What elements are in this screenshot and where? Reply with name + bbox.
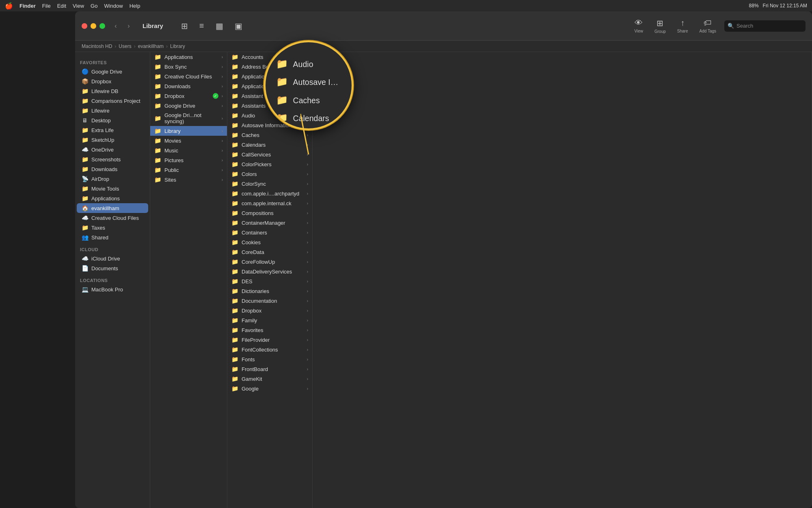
folder-icon: 📁 bbox=[231, 297, 238, 304]
sidebar-item-onedrive[interactable]: ☁️ OneDrive bbox=[77, 145, 148, 154]
list-view-button[interactable]: ≡ bbox=[196, 20, 207, 32]
file-item-dictionaries[interactable]: 📁Dictionaries› bbox=[227, 286, 312, 296]
file-item-creative-cloud-files[interactable]: 📁 Creative Cloud Files › bbox=[150, 72, 227, 81]
breadcrumb-user[interactable]: evankillham bbox=[138, 43, 164, 49]
file-item-colorpickers[interactable]: 📁ColorPickers› bbox=[227, 159, 312, 169]
sidebar-item-sketchup[interactable]: 📁 SketchUp bbox=[77, 135, 148, 145]
file-item-public[interactable]: 📁 Public › bbox=[150, 165, 227, 175]
menu-window[interactable]: Window bbox=[104, 3, 123, 9]
forward-button[interactable]: › bbox=[123, 20, 134, 32]
gallery-view-button[interactable]: ▣ bbox=[231, 20, 246, 33]
share-button[interactable]: ↑ Share bbox=[674, 17, 691, 35]
sidebar-label-airdrop: AirDrop bbox=[91, 176, 109, 182]
sidebar-item-extra-life[interactable]: 📁 Extra Life bbox=[77, 125, 148, 135]
file-item-google-not-syncing[interactable]: 📁 Google Dri...not syncing) › bbox=[150, 111, 227, 126]
column-view-button[interactable]: ▦ bbox=[212, 20, 227, 33]
sidebar-item-downloads[interactable]: 📁 Downloads bbox=[77, 164, 148, 174]
file-item-com-apple-arch[interactable]: 📁com.apple.i....archpartyd› bbox=[227, 189, 312, 198]
file-item-documentation[interactable]: 📁Documentation› bbox=[227, 296, 312, 306]
search-box[interactable]: 🔍 Search bbox=[724, 20, 806, 32]
file-item-family[interactable]: 📁Family› bbox=[227, 315, 312, 325]
folder-icon: 📁 bbox=[154, 54, 161, 60]
file-item-datadelivery[interactable]: 📁DataDeliveryServices› bbox=[227, 267, 312, 276]
file-item-container-manager[interactable]: 📁ContainerManager› bbox=[227, 218, 312, 228]
desktop-icon: 🖥 bbox=[82, 117, 88, 124]
sidebar-item-documents[interactable]: 📄 Documents bbox=[77, 263, 148, 273]
sync-badge: ✓ bbox=[213, 93, 218, 99]
file-item-fontcollections[interactable]: 📁FontCollections› bbox=[227, 345, 312, 354]
sidebar-item-home[interactable]: 🏠 evankillham bbox=[77, 203, 148, 213]
file-item-caches[interactable]: 📁Caches› bbox=[227, 130, 312, 140]
shared-icon: 👥 bbox=[82, 234, 88, 241]
file-item-frontboard[interactable]: 📁FrontBoard› bbox=[227, 364, 312, 374]
file-item-downloads-col1[interactable]: 📁 Downloads › bbox=[150, 81, 227, 91]
file-item-favorites[interactable]: 📁Favorites› bbox=[227, 325, 312, 335]
sidebar-item-airdrop[interactable]: 📡 AirDrop bbox=[77, 174, 148, 184]
file-item-corefollowup[interactable]: 📁CoreFollowUp› bbox=[227, 257, 312, 267]
menu-file[interactable]: File bbox=[42, 3, 51, 9]
maximize-button[interactable] bbox=[99, 23, 105, 29]
file-item-music[interactable]: 📁 Music › bbox=[150, 145, 227, 155]
file-item-fileprovider[interactable]: 📁FileProvider› bbox=[227, 335, 312, 345]
add-tags-button[interactable]: 🏷 Add Tags bbox=[696, 17, 719, 35]
sidebar-item-macbook[interactable]: 💻 MacBook Pro bbox=[77, 284, 148, 294]
file-item-google-drive[interactable]: 📁 Google Drive › bbox=[150, 101, 227, 111]
sidebar-item-creative-cloud[interactable]: ☁️ Creative Cloud Files bbox=[77, 213, 148, 223]
file-item-des[interactable]: 📁DES› bbox=[227, 276, 312, 286]
sidebar-item-dropbox[interactable]: 📦 Dropbox bbox=[77, 76, 148, 86]
file-item-box-sync[interactable]: 📁 Box Sync › bbox=[150, 62, 227, 72]
apple-menu[interactable]: 🍎 bbox=[5, 2, 13, 10]
file-item-dropbox-lib[interactable]: 📁Dropbox› bbox=[227, 306, 312, 315]
file-item-movies[interactable]: 📁 Movies › bbox=[150, 136, 227, 145]
icon-view-button[interactable]: ⊞ bbox=[178, 20, 191, 33]
file-item-callservices[interactable]: 📁CallServices› bbox=[227, 150, 312, 159]
sidebar-item-applications[interactable]: 📁 Applications bbox=[77, 193, 148, 203]
sidebar-item-taxes[interactable]: 📁 Taxes bbox=[77, 223, 148, 232]
file-item-coredata[interactable]: 📁CoreData› bbox=[227, 247, 312, 257]
file-item-colorsync[interactable]: 📁ColorSync› bbox=[227, 179, 312, 189]
file-item-containers[interactable]: 📁Containers› bbox=[227, 228, 312, 237]
chevron-right-icon: › bbox=[222, 55, 223, 59]
gallery-view-icon: ▣ bbox=[235, 21, 242, 31]
menu-help[interactable]: Help bbox=[130, 3, 140, 9]
close-button[interactable] bbox=[82, 23, 87, 29]
menu-go[interactable]: Go bbox=[91, 3, 97, 9]
folder-icon: 📁 bbox=[231, 171, 238, 177]
sidebar-item-lifewire[interactable]: 📁 Lifewire bbox=[77, 106, 148, 115]
menu-view[interactable]: View bbox=[73, 3, 84, 9]
minimize-button[interactable] bbox=[91, 23, 96, 29]
file-item-pictures[interactable]: 📁 Pictures › bbox=[150, 155, 227, 165]
file-item-cookies[interactable]: 📁Cookies› bbox=[227, 237, 312, 247]
file-item-gamekit[interactable]: 📁GameKit› bbox=[227, 374, 312, 384]
breadcrumb-macintosh[interactable]: Macintosh HD bbox=[82, 43, 112, 49]
sidebar-item-comparisons[interactable]: 📁 Comparisons Project bbox=[77, 96, 148, 106]
sidebar-item-shared[interactable]: 👥 Shared bbox=[77, 232, 148, 242]
file-label: GameKit bbox=[242, 376, 304, 382]
breadcrumb-library[interactable]: Library bbox=[170, 43, 185, 49]
file-item-sites[interactable]: 📁 Sites › bbox=[150, 175, 227, 185]
file-item-com-apple-internal[interactable]: 📁com.apple.internal.ck› bbox=[227, 198, 312, 208]
back-button[interactable]: ‹ bbox=[110, 20, 121, 32]
sidebar-item-google-drive[interactable]: 🔵 Google Drive bbox=[77, 67, 148, 76]
file-label: Google Dri...not syncing) bbox=[164, 112, 218, 124]
file-item-library[interactable]: 📁 Library › bbox=[150, 126, 227, 136]
file-item-calendars[interactable]: 📁Calendars› bbox=[227, 140, 312, 150]
file-item-compositions[interactable]: 📁Compositions› bbox=[227, 208, 312, 218]
chevron-right-icon: › bbox=[222, 129, 223, 133]
sidebar-item-icloud-drive[interactable]: ☁️ iCloud Drive bbox=[77, 254, 148, 263]
sidebar-item-lifewire-db[interactable]: 📁 Lifewire DB bbox=[77, 86, 148, 96]
view-options-button[interactable]: 👁 View bbox=[631, 17, 647, 35]
file-item-google[interactable]: 📁Google› bbox=[227, 384, 312, 393]
zoom-folder-icon: 📁 bbox=[276, 94, 288, 106]
sidebar-item-movie-tools[interactable]: 📁 Movie Tools bbox=[77, 184, 148, 193]
group-button[interactable]: ⊞ Group bbox=[651, 17, 669, 35]
file-item-applications[interactable]: 📁 Applications › bbox=[150, 52, 227, 62]
file-item-colors[interactable]: 📁Colors› bbox=[227, 169, 312, 179]
sidebar-item-desktop[interactable]: 🖥 Desktop bbox=[77, 115, 148, 125]
menu-finder[interactable]: Finder bbox=[19, 3, 36, 9]
file-item-fonts[interactable]: 📁Fonts› bbox=[227, 354, 312, 364]
file-item-dropbox[interactable]: 📁 Dropbox ✓ › bbox=[150, 91, 227, 101]
sidebar-item-screenshots[interactable]: 📁 Screenshots bbox=[77, 154, 148, 164]
menu-edit[interactable]: Edit bbox=[57, 3, 66, 9]
breadcrumb-users[interactable]: Users bbox=[119, 43, 131, 49]
